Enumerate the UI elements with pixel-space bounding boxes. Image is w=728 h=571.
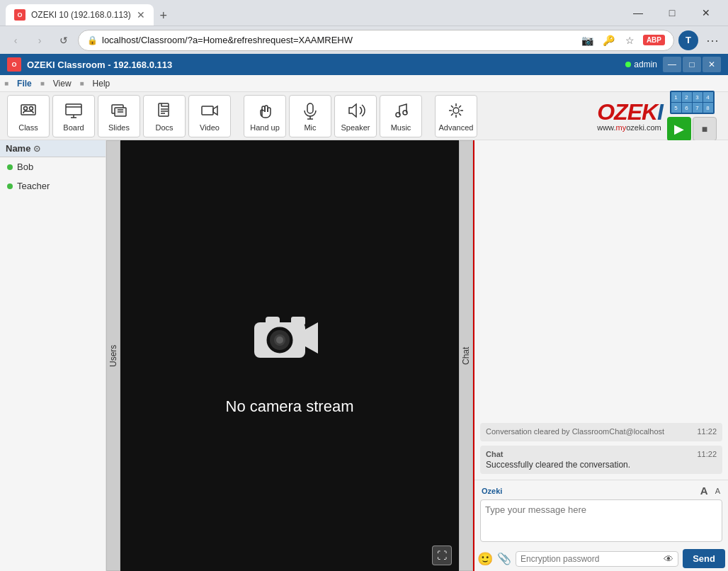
back-button[interactable]: ‹	[6, 30, 25, 50]
active-tab[interactable]: O OZEKI 10 (192.168.0.113) ✕	[6, 4, 154, 26]
app-status: admin	[625, 60, 657, 69]
ozeki-text-k: K	[642, 99, 657, 125]
chat-input-header: Ozeki A A	[480, 485, 722, 497]
browser-minimize-button[interactable]: —	[622, 0, 654, 26]
play-button[interactable]: ▶	[667, 117, 691, 141]
sidebar-item-teacher[interactable]: Teacher	[0, 176, 106, 196]
svg-point-29	[276, 337, 283, 344]
adblock-badge: ABP	[643, 35, 665, 45]
forward-button[interactable]: ›	[30, 30, 50, 50]
svg-rect-27	[291, 317, 305, 325]
app-menubar: ■ File ■ View ■ Help	[0, 75, 728, 92]
app-window: O OZEKI Classroom - 192.168.0.113 admin …	[0, 54, 728, 571]
browser-window-controls: — □ ✕	[622, 0, 722, 26]
video-chat-row: Users	[106, 140, 728, 571]
teacher-name: Teacher	[17, 181, 50, 191]
browser-addressbar: ‹ › ↺ 🔒 localhost/Classroom/?a=Home&refr…	[0, 26, 728, 54]
users-side-tab[interactable]: Users	[106, 140, 120, 571]
ozeki-controls-right: 1 2 3 4 5 6 7 8 ▶ ■	[667, 91, 717, 141]
class-label: Class	[18, 123, 38, 132]
app-minimize-button[interactable]: —	[663, 57, 681, 72]
toolbar-music-button[interactable]: Music	[380, 95, 422, 137]
play-stop-controls: ▶ ■	[667, 117, 717, 141]
menu-help[interactable]: Help	[87, 77, 116, 90]
menu-view[interactable]: View	[47, 77, 77, 90]
sidebar-item-bob[interactable]: Bob	[0, 157, 106, 176]
bob-name: Bob	[17, 162, 33, 172]
browser-close-button[interactable]: ✕	[690, 0, 722, 26]
emoji-button[interactable]: 🙂	[477, 551, 493, 567]
docs-icon	[154, 101, 174, 120]
chat-sender-1: Conversation cleared by ClassroomChat@lo…	[486, 427, 664, 436]
numpad-4: 4	[703, 92, 713, 102]
numpad-3: 3	[693, 92, 703, 102]
music-icon	[391, 101, 411, 120]
tab-close-button[interactable]: ✕	[137, 9, 145, 21]
profile-button[interactable]: T	[678, 30, 698, 50]
board-icon	[64, 101, 84, 120]
numpad-2: 2	[682, 92, 692, 102]
browser-maximize-button[interactable]: □	[656, 0, 688, 26]
password-icon[interactable]: 🔑	[601, 32, 618, 49]
toolbar-mic-button[interactable]: Mic	[289, 95, 331, 137]
handup-label: Hand up	[250, 123, 280, 132]
chat-side-tab[interactable]: Chat	[459, 140, 473, 571]
send-button[interactable]: Send	[683, 549, 725, 568]
app-maximize-button[interactable]: □	[683, 57, 701, 72]
sidebar-header: Name ⊙	[0, 140, 106, 157]
numpad-5: 5	[671, 103, 681, 113]
app-close-button[interactable]: ✕	[703, 57, 721, 72]
video-panel: No camera stream ⛶	[120, 140, 459, 571]
mic-label: Mic	[304, 123, 316, 132]
menu-file[interactable]: File	[11, 77, 38, 90]
encryption-password-input[interactable]	[521, 554, 661, 564]
toolbar-board-button[interactable]: Board	[52, 95, 95, 137]
chat-msg-header-2: Chat 11:22	[486, 450, 717, 458]
music-label: Music	[391, 123, 411, 132]
font-small-button[interactable]: A	[713, 487, 722, 495]
teacher-online-dot	[7, 183, 13, 189]
video-icon	[200, 101, 220, 120]
svg-point-2	[30, 106, 33, 110]
app-titlebar: O OZEKI Classroom - 192.168.0.113 admin …	[0, 54, 728, 75]
bookmark-icon[interactable]: ☆	[622, 32, 639, 49]
numpad-1: 1	[671, 92, 681, 102]
chat-time-2: 11:22	[697, 450, 717, 458]
sort-icon[interactable]: ⊙	[33, 144, 40, 154]
attach-button[interactable]: 📎	[497, 552, 511, 565]
ozeki-grid-and-play: 1 2 3 4 5 6 7 8	[670, 91, 715, 114]
camera-icon[interactable]: 📷	[579, 32, 596, 49]
tab-bar: O OZEKI 10 (192.168.0.113) ✕ +	[6, 0, 618, 26]
stop-button[interactable]: ■	[693, 117, 717, 141]
fullscreen-button[interactable]: ⛶	[432, 545, 452, 565]
chat-message-input[interactable]	[480, 499, 722, 542]
toolbar-advanced-button[interactable]: Advanced	[435, 95, 477, 137]
handup-icon	[255, 101, 275, 120]
toolbar-speaker-button[interactable]: Speaker	[334, 95, 377, 137]
toolbar-video-button[interactable]: Video	[188, 95, 231, 137]
numpad-6: 6	[682, 103, 692, 113]
toolbar-handup-button[interactable]: Hand up	[244, 95, 286, 137]
show-password-button[interactable]: 👁	[664, 553, 673, 565]
ozeki-logo: OZEKI www.myozeki.com	[597, 101, 663, 132]
font-large-button[interactable]: A	[698, 485, 710, 497]
toolbar-docs-button[interactable]: Docs	[143, 95, 186, 137]
refresh-button[interactable]: ↺	[54, 30, 74, 50]
toolbar-class-button[interactable]: Class	[7, 95, 50, 137]
chat-msg-header-1: Conversation cleared by ClassroomChat@lo…	[486, 427, 717, 436]
lock-icon: 🔒	[87, 35, 98, 45]
ozeki-subtext: www.myozeki.com	[597, 123, 663, 132]
ozeki-text-i: I	[657, 99, 663, 125]
svg-point-21	[453, 108, 459, 113]
toolbar-slides-button[interactable]: Slides	[98, 95, 140, 137]
svg-rect-11	[159, 103, 169, 116]
browser-menu-button[interactable]: ⋯	[703, 30, 722, 50]
svg-rect-3	[66, 104, 81, 115]
svg-rect-15	[202, 106, 213, 115]
chat-label: Chat	[486, 450, 503, 458]
new-tab-button[interactable]: +	[154, 6, 174, 26]
app-logo-icon: O	[7, 57, 21, 72]
address-box[interactable]: 🔒 localhost/Classroom/?a=Home&refreshreq…	[78, 30, 674, 51]
slides-label: Slides	[108, 123, 130, 132]
svg-point-1	[24, 106, 28, 110]
